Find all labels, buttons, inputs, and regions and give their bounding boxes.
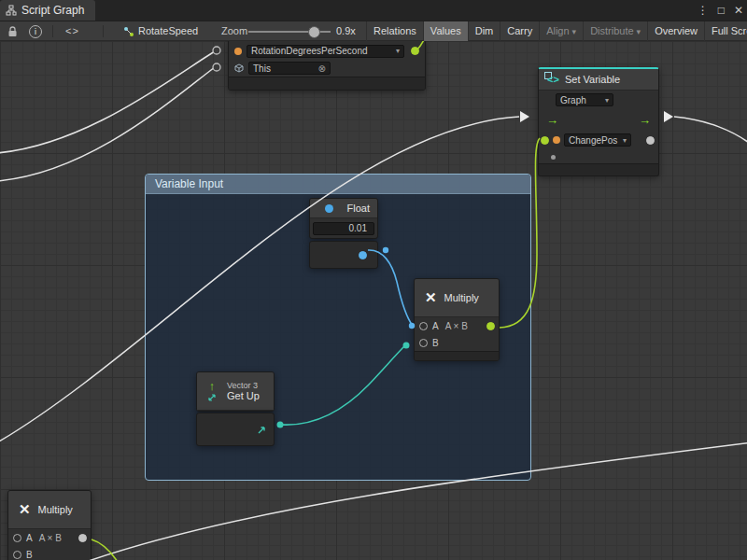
toolbar-separator: [103, 25, 104, 37]
variable-icon: [553, 136, 560, 144]
distribute-button[interactable]: Distribute▾: [583, 21, 647, 41]
multiply-icon: ✕: [19, 501, 31, 518]
variable-name-dropdown[interactable]: ChangePos ▾: [564, 133, 631, 147]
chevron-down-icon: ▾: [601, 96, 609, 105]
vector3-axes-icon: [206, 392, 218, 403]
set-variable-icon: <>: [544, 72, 561, 87]
dim-button[interactable]: Dim: [468, 21, 500, 41]
flow-arrowhead: [520, 111, 529, 122]
flow-in-port[interactable]: →: [546, 113, 558, 127]
zoom-slider-knob[interactable]: [308, 26, 320, 38]
null-target-icon: ⊗: [315, 63, 326, 74]
carry-button[interactable]: Carry: [500, 21, 539, 41]
node-float-port-strip[interactable]: [309, 241, 378, 269]
variable-name-dropdown[interactable]: RotationDegreesPerSecond ▾: [247, 45, 404, 58]
float-value-input[interactable]: 0.01: [313, 222, 374, 235]
extra-port[interactable]: [551, 155, 556, 160]
port-label: B: [432, 338, 439, 348]
flow-arrowhead: [664, 111, 673, 122]
variable-scope-dropdown[interactable]: Graph ▾: [556, 93, 613, 106]
align-button[interactable]: Align▾: [539, 21, 583, 41]
port-label: B: [26, 550, 33, 560]
wire-white-top-2[interactable]: [0, 67, 215, 181]
node-vector3-get-up[interactable]: ↑ Vector 3 Get Up: [196, 371, 275, 412]
vector3-output-port[interactable]: [256, 425, 267, 436]
node-title: Get Up: [227, 390, 260, 401]
fullscreen-button[interactable]: Full Screen: [704, 21, 747, 41]
input-port-b[interactable]: [13, 551, 21, 559]
node-title: Multiply: [38, 504, 73, 515]
window-menu-icon[interactable]: ⋮: [698, 0, 709, 21]
tab-script-graph[interactable]: Script Graph: [0, 0, 95, 21]
wire-white-top-1[interactable]: [0, 51, 215, 153]
node-footer: [229, 77, 425, 90]
value-output-port[interactable]: [646, 136, 655, 145]
chevron-down-icon: ▾: [392, 47, 400, 55]
node-footer: [415, 351, 499, 360]
node-footer: [539, 163, 658, 175]
graph-canvas[interactable]: Variable Input RotationDegreesPerSecond …: [0, 41, 747, 560]
multiply-icon: ✕: [425, 289, 437, 306]
wire-control-out[interactable]: [674, 117, 747, 146]
toolbar-buttons: Relations Values Dim Carry Align▾ Distri…: [366, 21, 747, 41]
node-set-variable[interactable]: <> Set Variable Graph ▾ → → ChangePos: [538, 67, 659, 176]
window-maximize-icon[interactable]: □: [718, 0, 725, 21]
node-vector3-port-strip[interactable]: [196, 413, 275, 446]
type-label: Vector 3: [227, 381, 260, 390]
graph-icon: [6, 5, 17, 16]
node-title: Set Variable: [565, 74, 620, 85]
values-button[interactable]: Values: [423, 21, 468, 41]
output-port[interactable]: [486, 322, 495, 330]
info-icon[interactable]: i: [29, 25, 42, 38]
target-field[interactable]: This ⊗: [248, 62, 331, 75]
zoom-value: 0.9x: [336, 21, 356, 40]
script-graph-window: Script Graph ⋮ □ ✕ i <> RotateSpeed Zoom…: [0, 0, 747, 560]
wire-end-ring[interactable]: [213, 47, 220, 54]
wire-lime-bottom-stub[interactable]: [92, 539, 118, 560]
port-label: A: [432, 321, 439, 331]
node-float[interactable]: Float 0.01: [309, 198, 378, 239]
variable-icon: [234, 48, 242, 55]
up-arrow-icon: ↑: [209, 380, 216, 392]
toolbar-separator: [52, 25, 53, 37]
port-label: A × B: [445, 321, 468, 331]
window-title: Script Graph: [21, 4, 84, 17]
lock-icon[interactable]: [7, 26, 18, 37]
value-output-port[interactable]: [411, 47, 419, 55]
window-close-icon[interactable]: ✕: [734, 0, 743, 21]
node-get-variable[interactable]: RotationDegreesPerSecond ▾ This ⊗: [228, 41, 426, 91]
output-port[interactable]: [78, 534, 87, 542]
node-title: Multiply: [444, 292, 479, 303]
zoom-label: Zoom: [221, 21, 247, 40]
node-multiply-bottom[interactable]: ✕ Multiply A A × B B: [7, 490, 92, 560]
overview-button[interactable]: Overview: [647, 21, 704, 41]
port-label: A: [26, 533, 33, 543]
input-port-a[interactable]: [13, 534, 21, 542]
float-type-icon: [325, 204, 333, 213]
chevron-down-icon: ▾: [619, 136, 627, 145]
input-port-a[interactable]: [419, 322, 428, 330]
value-input-port[interactable]: [541, 136, 549, 145]
titlebar: Script Graph ⋮ □ ✕: [0, 0, 747, 21]
chevron-down-icon: ▾: [572, 27, 577, 36]
graph-name-label: RotateSpeed: [138, 21, 198, 40]
code-view-icon[interactable]: <>: [65, 21, 79, 40]
wire-end-ring[interactable]: [213, 63, 220, 71]
node-title: Float: [347, 203, 370, 214]
gameobject-cube-icon: [234, 63, 244, 73]
float-output-port[interactable]: [359, 251, 367, 259]
toolbar: i <> RotateSpeed Zoom 0.9x Relations Val…: [0, 21, 747, 41]
node-multiply[interactable]: ✕ Multiply A A × B B: [414, 278, 500, 361]
script-graph-asset-icon: [123, 26, 134, 37]
zoom-slider[interactable]: [248, 31, 331, 33]
group-header[interactable]: Variable Input: [146, 175, 530, 194]
input-port-b[interactable]: [419, 339, 428, 347]
port-label: A × B: [39, 533, 62, 543]
flow-out-port[interactable]: →: [639, 113, 651, 127]
relations-button[interactable]: Relations: [366, 21, 423, 41]
chevron-down-icon: ▾: [637, 27, 641, 36]
